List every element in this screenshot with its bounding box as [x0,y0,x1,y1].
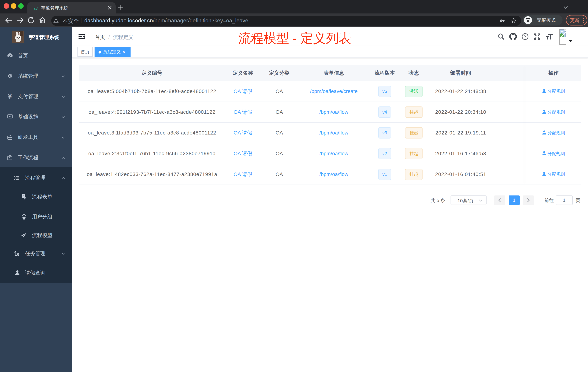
svg-text:¥: ¥ [8,92,12,100]
